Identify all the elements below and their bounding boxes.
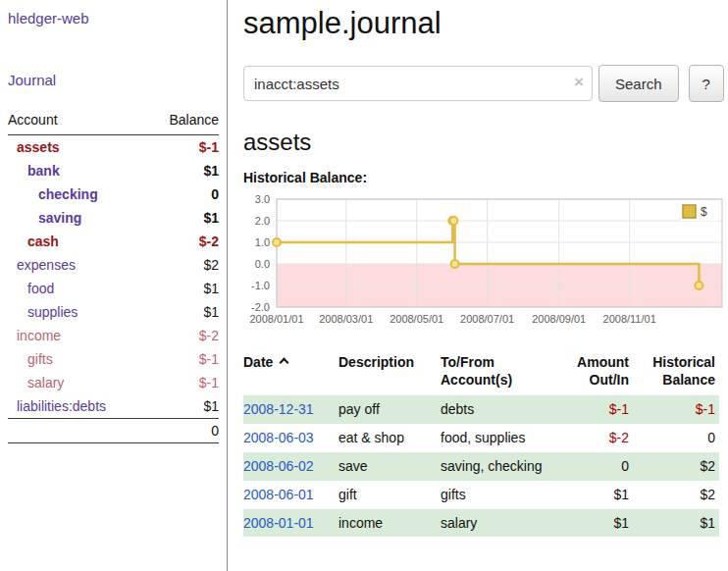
search-button[interactable]: Search	[598, 65, 679, 102]
register-table: Date Description To/From Account(s) Amou…	[243, 350, 719, 537]
account-row: saving $1	[8, 206, 219, 230]
sidebar: hledger-web Journal Account Balance asse…	[0, 0, 228, 571]
svg-text:$: $	[701, 205, 707, 219]
account-link[interactable]: income	[17, 328, 61, 343]
account-balance: $1	[148, 159, 219, 182]
sidebar-item-journal[interactable]: Journal	[8, 72, 219, 88]
accounts-total-spacer	[8, 419, 148, 443]
transaction-accounts: debts	[441, 395, 560, 424]
search-input[interactable]	[243, 66, 593, 101]
transaction-amount: $1	[560, 509, 633, 538]
brand-link[interactable]: hledger-web	[8, 10, 219, 26]
svg-text:2008/05/01: 2008/05/01	[390, 313, 443, 325]
svg-text:1.0: 1.0	[255, 236, 270, 248]
transaction-date-link[interactable]: 2008-06-01	[243, 487, 314, 502]
account-balance: $2	[148, 253, 219, 277]
register-header-row: Date Description To/From Account(s) Amou…	[243, 350, 719, 395]
svg-text:-1.0: -1.0	[251, 280, 270, 291]
account-link[interactable]: liabilities:debts	[17, 398, 106, 414]
hledger-web-app: hledger-web Journal Account Balance asse…	[0, 0, 728, 571]
sort-asc-icon	[280, 358, 289, 368]
transaction-description: gift	[338, 481, 441, 509]
svg-text:-2.0: -2.0	[251, 301, 270, 313]
col-header-date-label: Date	[243, 354, 273, 370]
col-header-description[interactable]: Description	[338, 350, 441, 395]
account-link[interactable]: assets	[17, 139, 60, 155]
account-row: food $1	[8, 277, 219, 300]
col-header-date[interactable]: Date	[243, 350, 338, 395]
svg-text:2008/03/01: 2008/03/01	[319, 313, 373, 325]
transaction-balance: $-1	[633, 395, 719, 424]
col-header-accounts[interactable]: To/From Account(s)	[441, 350, 560, 395]
account-link[interactable]: saving	[17, 210, 81, 226]
account-row: expenses $2	[8, 253, 219, 277]
svg-text:2008/01/01: 2008/01/01	[249, 313, 303, 325]
accounts-header-row: Account Balance	[8, 110, 219, 135]
transaction-date-link[interactable]: 2008-12-31	[243, 401, 314, 417]
col-header-balance[interactable]: Historical Balance	[633, 350, 719, 395]
chart-title: Historical Balance:	[243, 170, 726, 185]
account-balance: $-1	[148, 371, 219, 394]
transaction-date-link[interactable]: 2008-01-01	[243, 515, 314, 531]
register-row: 2008-12-31 pay off debts $-1 $-1	[243, 395, 719, 424]
account-link[interactable]: cash	[17, 234, 59, 249]
account-row: salary $-1	[8, 371, 219, 394]
transaction-accounts: salary	[441, 509, 560, 538]
register-row: 2008-06-02 save saving, checking 0 $2	[243, 452, 719, 481]
account-link[interactable]: supplies	[17, 304, 78, 320]
transaction-balance: $1	[633, 509, 719, 538]
account-row: assets $-1	[8, 135, 219, 160]
svg-text:2008/11/01: 2008/11/01	[603, 313, 656, 325]
account-link[interactable]: bank	[17, 163, 60, 179]
account-balance: $1	[148, 206, 219, 230]
account-row: supplies $1	[8, 300, 219, 324]
svg-text:2.0: 2.0	[255, 215, 270, 227]
account-row: cash $-2	[8, 230, 219, 253]
help-button[interactable]: ?	[689, 65, 724, 102]
search-bar: × Search ?	[243, 65, 726, 102]
svg-text:2008/09/01: 2008/09/01	[532, 313, 586, 325]
search-box: ×	[243, 66, 593, 101]
account-link[interactable]: expenses	[17, 257, 76, 273]
accounts-total-row: 0	[8, 419, 219, 443]
svg-text:3.0: 3.0	[255, 193, 270, 205]
register-row: 2008-01-01 income salary $1 $1	[243, 509, 719, 538]
account-row: gifts $-1	[8, 347, 219, 371]
account-link[interactable]: food	[17, 281, 54, 296]
transaction-description: eat & shop	[338, 424, 441, 452]
transaction-amount: 0	[560, 452, 633, 481]
main-content: sample.journal × Search ? assets Histori…	[228, 0, 728, 571]
account-link[interactable]: salary	[17, 375, 64, 390]
transaction-description: save	[338, 452, 441, 481]
accounts-total-value: 0	[148, 419, 219, 443]
account-balance: $-1	[148, 135, 219, 160]
transaction-balance: $2	[633, 452, 719, 481]
account-balance: $-1	[148, 347, 219, 371]
account-balance: $-2	[148, 324, 219, 347]
account-row: liabilities:debts $1	[8, 394, 219, 419]
col-header-amount[interactable]: Amount Out/In	[560, 350, 633, 395]
account-balance: $1	[148, 277, 219, 300]
account-balance: 0	[148, 182, 219, 206]
account-balance: $1	[148, 300, 219, 324]
transaction-accounts: saving, checking	[441, 452, 560, 481]
account-link[interactable]: checking	[17, 186, 98, 202]
register-row: 2008-06-01 gift gifts $1 $2	[243, 481, 719, 509]
transaction-accounts: gifts	[441, 481, 560, 509]
account-balance: $-2	[148, 230, 219, 253]
transaction-balance: $2	[633, 481, 719, 509]
svg-text:0.0: 0.0	[255, 258, 270, 270]
transaction-amount: $-1	[560, 395, 633, 424]
account-link[interactable]: gifts	[17, 351, 53, 367]
accounts-table: Account Balance assets $-1 bank $1 check…	[8, 110, 219, 443]
historical-balance-chart: 3.02.01.00.0-1.0-2.02008/01/012008/03/01…	[243, 191, 726, 337]
transaction-amount: $1	[560, 481, 633, 509]
transaction-date-link[interactable]: 2008-06-03	[243, 430, 314, 445]
transaction-date-link[interactable]: 2008-06-02	[243, 458, 314, 474]
account-row: bank $1	[8, 159, 219, 182]
account-balance: $1	[148, 394, 219, 419]
account-heading: assets	[243, 129, 726, 156]
transaction-description: income	[338, 509, 441, 538]
account-row: income $-2	[8, 324, 219, 347]
clear-search-icon[interactable]: ×	[574, 74, 584, 90]
